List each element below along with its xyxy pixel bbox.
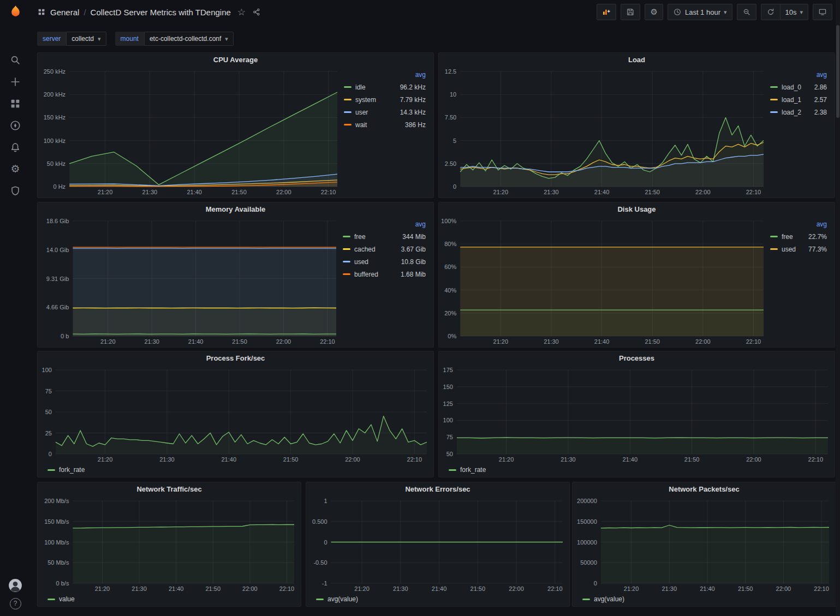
- create-plus-icon[interactable]: [9, 76, 21, 88]
- refresh-interval-picker[interactable]: 10s ▾: [781, 4, 809, 20]
- network-traffic-chart[interactable]: 0 b/s50 Mb/s100 Mb/s150 Mb/s200 Mb/s21:2…: [39, 497, 299, 593]
- svg-text:21:40: 21:40: [623, 456, 638, 463]
- chevron-down-icon: ▾: [800, 9, 803, 15]
- processes-chart[interactable]: 507510012515017521:2021:3021:4021:5022:0…: [440, 366, 832, 464]
- legend-item-user[interactable]: user14.3 kHz: [344, 106, 426, 118]
- star-icon[interactable]: ☆: [237, 8, 246, 17]
- panel-disk-usage: Disk Usage 0%20%40%60%80%100%21:2021:302…: [438, 202, 835, 348]
- network-errors-chart[interactable]: -1-0.5000.500121:2021:3021:4021:5022:002…: [307, 497, 567, 593]
- svg-text:22:00: 22:00: [695, 189, 711, 195]
- configuration-gear-icon[interactable]: ⚙: [9, 163, 21, 175]
- zoom-out-button[interactable]: [737, 4, 756, 20]
- legend-item-cached[interactable]: cached3.67 Gib: [343, 243, 426, 255]
- legend-item-free[interactable]: free22.7%: [770, 230, 827, 243]
- time-range-picker[interactable]: Last 1 hour ▾: [668, 4, 732, 20]
- svg-text:0: 0: [453, 183, 456, 190]
- svg-text:125: 125: [443, 400, 453, 407]
- svg-text:60%: 60%: [444, 264, 456, 270]
- legend-item-system[interactable]: system7.79 kHz: [344, 93, 426, 106]
- cpu-average-chart[interactable]: 0 Hz50 kHz100 kHz150 kHz200 kHz250 kHz21…: [39, 67, 342, 196]
- svg-text:200 kHz: 200 kHz: [44, 91, 65, 98]
- panel-title-load[interactable]: Load: [439, 53, 835, 67]
- variable-mount[interactable]: mount etc-collectd-collectd.conf ▾: [115, 32, 234, 46]
- series-color-dash: [47, 469, 55, 471]
- user-avatar[interactable]: [8, 578, 22, 593]
- legend-item-idle[interactable]: idle96.2 kHz: [344, 81, 426, 93]
- legend-item-used[interactable]: used10.8 Gib: [343, 255, 426, 268]
- panel-title-memory-available[interactable]: Memory Available: [38, 202, 433, 217]
- legend-item-used[interactable]: used77.3%: [770, 243, 827, 255]
- legend-item-avgvalue[interactable]: avg(value): [316, 593, 358, 605]
- panel-title-network-traffic[interactable]: Network Traffic/sec: [38, 482, 301, 497]
- save-dashboard-button[interactable]: [621, 4, 640, 20]
- svg-text:22:10: 22:10: [746, 189, 761, 195]
- page-title: CollectD Server Metrics with TDengine: [91, 8, 231, 17]
- series-name: used: [782, 246, 805, 253]
- svg-text:21:50: 21:50: [684, 456, 700, 463]
- series-name: value: [59, 595, 75, 603]
- dashboards-icon[interactable]: [9, 98, 21, 110]
- add-panel-button[interactable]: [597, 4, 616, 20]
- legend-item-load_0[interactable]: load_02.86: [770, 81, 827, 93]
- panel-title-cpu-average[interactable]: CPU Average: [38, 53, 433, 67]
- series-color-dash: [316, 599, 324, 600]
- svg-text:0: 0: [49, 451, 52, 457]
- svg-text:18.6 Gib: 18.6 Gib: [46, 218, 69, 224]
- page-scrollbar[interactable]: [836, 0, 840, 616]
- series-avg-value: 14.3 kHz: [400, 109, 426, 116]
- scrollbar-thumb[interactable]: [836, 25, 839, 118]
- svg-text:22:00: 22:00: [345, 456, 360, 463]
- svg-text:0%: 0%: [448, 333, 456, 339]
- panel-load: Load 02.5057.501012.521:2021:3021:4021:5…: [438, 52, 835, 198]
- svg-text:0 Hz: 0 Hz: [53, 183, 65, 190]
- help-icon[interactable]: ?: [10, 598, 21, 609]
- refresh-button[interactable]: [761, 4, 781, 20]
- legend-item-load_1[interactable]: load_12.57: [770, 93, 827, 106]
- legend-item-wait[interactable]: wait386 Hz: [344, 118, 426, 131]
- svg-text:22:10: 22:10: [407, 456, 422, 463]
- svg-text:250 kHz: 250 kHz: [44, 68, 65, 75]
- svg-text:22:10: 22:10: [746, 338, 761, 345]
- grafana-logo[interactable]: [8, 4, 23, 19]
- legend-item-value[interactable]: value: [47, 593, 75, 605]
- disk-usage-chart[interactable]: 0%20%40%60%80%100%21:2021:3021:4021:5022…: [440, 217, 768, 346]
- svg-text:21:20: 21:20: [354, 585, 370, 592]
- svg-text:21:50: 21:50: [645, 189, 660, 195]
- svg-text:21:30: 21:30: [142, 189, 158, 195]
- series-name: load_1: [782, 96, 811, 104]
- panel-title-network-errors[interactable]: Network Errors/sec: [306, 482, 569, 497]
- series-name: free: [354, 233, 398, 241]
- alerting-bell-icon[interactable]: [9, 141, 21, 153]
- svg-text:21:20: 21:20: [493, 189, 509, 195]
- svg-text:150000: 150000: [577, 518, 597, 525]
- svg-text:12.5: 12.5: [445, 68, 456, 75]
- panel-title-processes[interactable]: Processes: [439, 351, 835, 366]
- svg-text:-1: -1: [322, 580, 327, 587]
- series-color-dash: [344, 111, 352, 113]
- cycle-view-button[interactable]: [813, 4, 832, 20]
- process-fork-chart[interactable]: 025507510021:2021:3021:4021:5022:0022:10: [39, 366, 431, 464]
- dashboard-settings-button[interactable]: ⚙: [645, 4, 663, 20]
- memory-available-chart[interactable]: 0 b4.66 Gib9.31 Gib14.0 Gib18.6 Gib21:20…: [39, 217, 341, 346]
- load-chart[interactable]: 02.5057.501012.521:2021:3021:4021:5022:0…: [440, 67, 768, 196]
- explore-compass-icon[interactable]: [9, 119, 21, 131]
- series-name: system: [355, 96, 396, 104]
- panel-title-network-packets[interactable]: Network Packets/sec: [573, 482, 836, 497]
- legend-item-fork_rate[interactable]: fork_rate: [47, 464, 85, 476]
- legend-item-free[interactable]: free344 Mib: [343, 230, 426, 243]
- legend-item-avgvalue[interactable]: avg(value): [582, 593, 624, 605]
- process-fork-legend: fork_rate: [39, 464, 431, 476]
- panel-title-process-fork[interactable]: Process Fork/sec: [38, 351, 433, 366]
- search-icon[interactable]: [9, 54, 21, 66]
- share-icon[interactable]: [252, 8, 261, 16]
- legend-item-fork_rate[interactable]: fork_rate: [449, 464, 486, 476]
- network-packets-chart[interactable]: 05000010000015000020000021:2021:3021:402…: [574, 497, 833, 593]
- breadcrumb-section[interactable]: General: [50, 8, 79, 17]
- refresh-interval-label: 10s: [785, 8, 797, 16]
- legend-item-buffered[interactable]: buffered1.68 Mib: [343, 268, 426, 280]
- variable-server[interactable]: server collectd ▾: [37, 32, 106, 46]
- admin-shield-icon[interactable]: [9, 185, 21, 197]
- legend-item-load_2[interactable]: load_22.38: [770, 106, 827, 118]
- svg-text:21:40: 21:40: [187, 189, 202, 195]
- panel-title-disk-usage[interactable]: Disk Usage: [439, 202, 835, 217]
